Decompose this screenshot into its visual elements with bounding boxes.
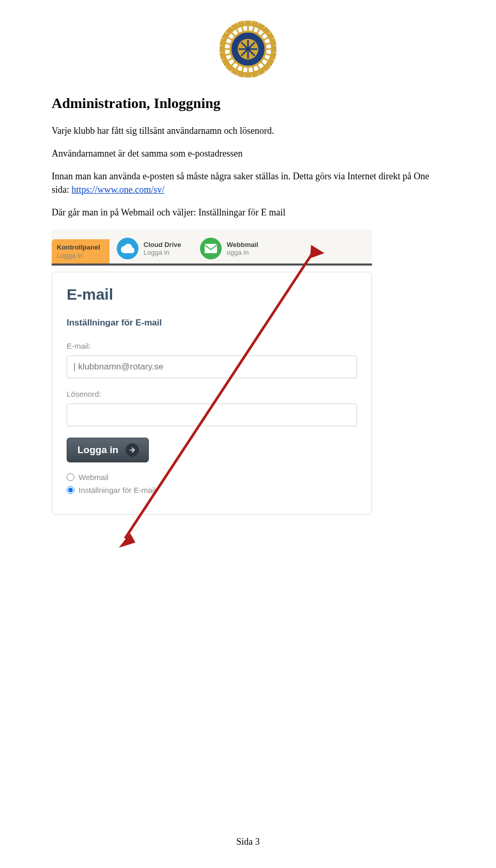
mail-icon <box>200 238 222 259</box>
tab-kontrollpanel-sub: Logga in <box>57 252 100 260</box>
svg-rect-38 <box>220 47 224 52</box>
page-heading: Administration, Inloggning <box>52 95 444 112</box>
tab-cloud-title: Cloud Drive <box>144 241 181 249</box>
rotary-logo <box>52 21 444 80</box>
tab-webmail-sub: ogga in <box>227 249 258 257</box>
svg-rect-30 <box>232 68 239 74</box>
paragraph-2: Användarnamnet är det samma som e-postad… <box>52 147 444 160</box>
svg-rect-4 <box>252 22 258 27</box>
radio-settings-input[interactable] <box>67 486 74 494</box>
svg-rect-24 <box>252 71 258 76</box>
tab-cloud-sub: Logga in <box>144 249 181 257</box>
cloud-icon <box>117 238 138 259</box>
email-label: E-mail: <box>67 342 357 350</box>
svg-rect-60 <box>205 244 217 253</box>
svg-rect-36 <box>221 53 226 59</box>
svg-rect-34 <box>223 59 229 66</box>
svg-rect-16 <box>270 53 275 59</box>
radio-webmail-label: Webmail <box>79 473 109 482</box>
svg-rect-40 <box>221 39 226 45</box>
screenshot-embed: Kontrollpanel Logga in Cloud Drive Logga… <box>52 229 372 515</box>
svg-rect-42 <box>223 33 229 40</box>
svg-rect-10 <box>267 33 273 40</box>
svg-rect-18 <box>267 59 273 66</box>
radio-settings[interactable]: Inställningar för E-mail <box>67 486 357 494</box>
arrow-right-icon <box>126 443 139 457</box>
panel-title: E-mail <box>67 286 357 303</box>
password-label: Lösenord: <box>67 390 357 398</box>
tab-cloud-drive[interactable]: Cloud Drive Logga in <box>110 234 193 264</box>
tab-webmail-title: Webbmail <box>227 241 258 249</box>
page-footer: Sida 3 <box>0 836 496 847</box>
tab-kontrollpanel-title: Kontrollpanel <box>57 243 100 252</box>
svg-rect-6 <box>258 24 265 30</box>
email-field[interactable]: | klubbnamn@rotary.se <box>67 355 357 378</box>
svg-rect-48 <box>238 22 244 27</box>
radio-webmail[interactable]: Webmail <box>67 473 357 482</box>
login-button-label: Logga in <box>78 444 118 456</box>
paragraph-3: Innan man kan använda e-posten så måste … <box>52 169 444 196</box>
svg-rect-26 <box>245 73 251 77</box>
password-field[interactable] <box>67 404 357 426</box>
svg-rect-2 <box>245 21 251 25</box>
login-button[interactable]: Logga in <box>67 438 149 462</box>
one-link[interactable]: https://www.one.com/sv/ <box>72 184 165 195</box>
svg-rect-14 <box>272 47 276 52</box>
email-value: | klubbnamn@rotary.se <box>73 362 163 372</box>
email-panel: E-mail Inställningar för E-mail E-mail: … <box>52 272 372 515</box>
tab-webmail[interactable]: Webbmail ogga in <box>193 234 270 264</box>
paragraph-4: Där går man in på Webmail och väljer: In… <box>52 206 444 219</box>
svg-rect-22 <box>258 68 265 74</box>
svg-point-59 <box>246 47 250 51</box>
top-tabs-bar: Kontrollpanel Logga in Cloud Drive Logga… <box>52 229 372 266</box>
radio-settings-label: Inställningar för E-mail <box>79 486 156 494</box>
panel-subtitle: Inställningar för E-mail <box>67 318 357 328</box>
radio-webmail-input[interactable] <box>67 473 74 481</box>
tab-kontrollpanel[interactable]: Kontrollpanel Logga in <box>52 239 110 264</box>
svg-rect-46 <box>232 24 239 30</box>
paragraph-1: Varje klubb har fått sig tillsänt använd… <box>52 124 444 137</box>
svg-rect-12 <box>270 39 275 45</box>
svg-rect-28 <box>238 71 244 76</box>
